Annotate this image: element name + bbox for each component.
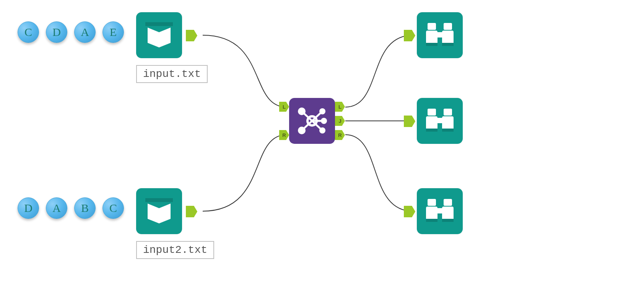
- svg-rect-27: [428, 199, 436, 206]
- svg-rect-0: [145, 22, 173, 26]
- letter-badge: C: [18, 21, 39, 43]
- browse-tool-tile[interactable]: [417, 98, 463, 144]
- input-tool-2[interactable]: input2.txt: [136, 188, 214, 259]
- svg-rect-25: [426, 129, 437, 132]
- input-port[interactable]: [404, 30, 415, 41]
- open-book-icon: [144, 20, 174, 50]
- join-out-port-l[interactable]: L: [335, 102, 345, 112]
- svg-rect-33: [442, 219, 454, 222]
- svg-rect-19: [442, 43, 454, 46]
- open-book-icon: [144, 196, 174, 226]
- input-file-label: input.txt: [136, 65, 208, 83]
- binoculars-icon: [424, 195, 456, 227]
- output-port[interactable]: [186, 30, 197, 41]
- binoculars-icon: [424, 19, 456, 51]
- join-tool[interactable]: L R L J R: [289, 98, 335, 144]
- svg-rect-13: [428, 23, 436, 30]
- svg-rect-26: [442, 129, 454, 132]
- svg-rect-14: [444, 23, 452, 30]
- browse-tool-tile[interactable]: [417, 12, 463, 58]
- join-in-port-r[interactable]: R: [279, 130, 289, 140]
- browse-tool-2[interactable]: [417, 98, 463, 144]
- svg-rect-31: [437, 208, 443, 213]
- svg-rect-28: [444, 199, 452, 206]
- letter-badge: D: [18, 197, 39, 219]
- letter-badge: E: [102, 21, 124, 43]
- join-in-port-l[interactable]: L: [279, 102, 289, 112]
- output-port[interactable]: [186, 206, 197, 217]
- svg-rect-18: [426, 43, 437, 46]
- letter-badge: B: [74, 197, 96, 219]
- browse-tool-3[interactable]: [417, 188, 463, 234]
- svg-rect-21: [444, 109, 452, 116]
- letter-badge: A: [46, 197, 67, 219]
- input-tool-1[interactable]: input.txt: [136, 12, 208, 83]
- input-port[interactable]: [404, 206, 415, 217]
- svg-rect-24: [437, 118, 443, 123]
- input-tool-tile[interactable]: [136, 188, 182, 234]
- svg-rect-1: [145, 198, 173, 202]
- join-tool-tile[interactable]: [289, 98, 335, 144]
- join-network-icon: [295, 104, 329, 138]
- svg-rect-32: [426, 219, 437, 222]
- join-out-port-r[interactable]: R: [335, 130, 345, 140]
- browse-tool-1[interactable]: [417, 12, 463, 58]
- input-tool-tile[interactable]: [136, 12, 182, 58]
- svg-rect-20: [428, 109, 436, 116]
- letter-row-bottom: D A B C: [18, 197, 124, 219]
- input-file-label: input2.txt: [136, 241, 214, 259]
- browse-tool-tile[interactable]: [417, 188, 463, 234]
- letter-badge: A: [74, 21, 96, 43]
- letter-badge: D: [46, 21, 67, 43]
- join-out-port-j[interactable]: J: [335, 116, 345, 126]
- workflow-canvas: C D A E D A B C input.txt: [0, 0, 644, 285]
- letter-row-top: C D A E: [18, 21, 124, 43]
- letter-badge: C: [102, 197, 124, 219]
- svg-rect-17: [437, 32, 443, 37]
- binoculars-icon: [424, 105, 456, 137]
- input-port[interactable]: [404, 116, 415, 127]
